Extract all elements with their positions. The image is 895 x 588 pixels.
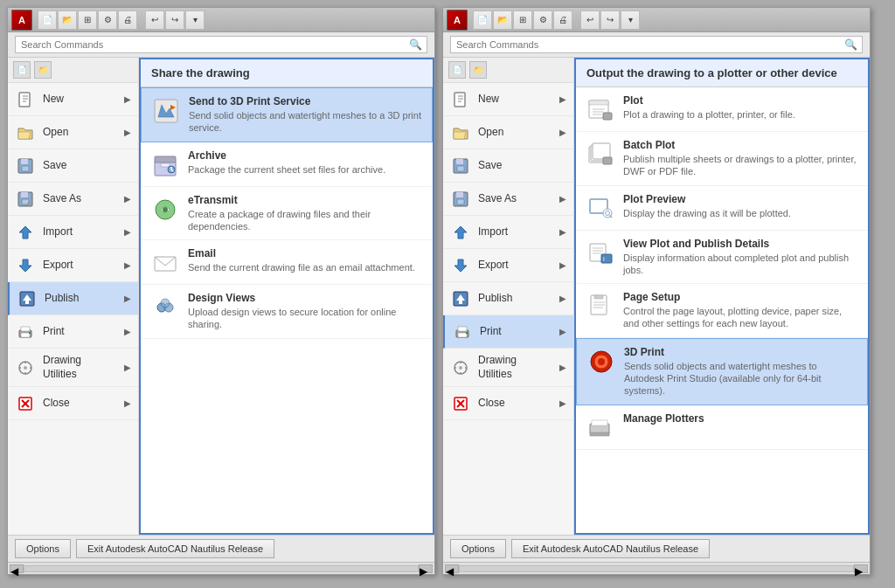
left-section-header: Share the drawing — [141, 59, 433, 87]
right-sidebar-item-publish[interactable]: Publish ▶ — [443, 282, 573, 315]
right-sidebar-item-new[interactable]: New ▶ — [443, 83, 573, 116]
toolbar-redo-btn[interactable]: ↪ — [165, 10, 184, 30]
sidebar-item-export[interactable]: Export ▶ — [8, 249, 138, 282]
svg-rect-48 — [457, 166, 464, 171]
right-sidebar-print-label: Print — [480, 325, 552, 339]
etransmit-text: eTransmit Create a package of drawing fi… — [188, 194, 422, 233]
design-views-icon — [151, 294, 179, 322]
sidebar-icon-2[interactable]: 📁 — [34, 61, 52, 79]
toolbar-grid-btn[interactable]: ⊞ — [78, 10, 97, 30]
svg-rect-32 — [161, 163, 170, 167]
svg-marker-12 — [19, 259, 31, 272]
left-menu-item-send3d[interactable]: Send to 3D Print Service Send solid obje… — [141, 87, 433, 142]
svg-rect-70 — [589, 100, 608, 105]
design-views-title: Design Views — [188, 292, 422, 304]
right-toolbar-new-btn[interactable]: 📄 — [473, 10, 492, 30]
right-toolbar-grid-btn[interactable]: ⊞ — [513, 10, 532, 30]
right-drawing-utilities-icon — [450, 357, 471, 378]
sidebar-new-label: New — [43, 93, 117, 107]
left-scrollbar[interactable]: ◀ ▶ — [8, 562, 434, 574]
left-options-btn[interactable]: Options — [15, 539, 71, 558]
right-sidebar-print-arrow: ▶ — [559, 327, 566, 336]
right-menu-item-plot[interactable]: Plot Plot a drawing to a plotter, printe… — [576, 87, 868, 132]
svg-rect-99 — [592, 420, 607, 425]
right-toolbar-redo-btn[interactable]: ↪ — [600, 10, 620, 30]
right-toolbar-open-btn[interactable]: 📂 — [493, 10, 512, 30]
sidebar-item-print[interactable]: Print ▶ — [8, 315, 138, 349]
right-toolbar-settings-btn[interactable]: ⚙ — [533, 10, 552, 30]
sidebar-item-publish[interactable]: Publish ▶ — [8, 282, 138, 315]
right-options-btn[interactable]: Options — [450, 539, 506, 558]
right-scrollbar[interactable]: ◀ ▶ — [443, 562, 870, 574]
right-menu-item-batch-plot[interactable]: Batch Plot Publish multiple sheets or dr… — [576, 132, 868, 186]
right-menu-item-view-plot[interactable]: i View Plot and Publish Details Display … — [576, 231, 868, 285]
left-exit-btn[interactable]: Exit Autodesk AutoCAD Nautilus Release — [76, 539, 274, 558]
right-menu-item-page-setup[interactable]: Page Setup Control the page layout, plot… — [576, 284, 868, 338]
right-sidebar-item-print[interactable]: Print ▶ — [443, 315, 573, 349]
toolbar-undo-btn[interactable]: ↩ — [145, 10, 164, 30]
right-sidebar-item-save[interactable]: Save — [443, 149, 573, 183]
print-icon — [15, 322, 36, 342]
svg-rect-17 — [21, 333, 30, 337]
sidebar-item-import[interactable]: Import ▶ — [8, 216, 138, 249]
right-toolbar-print-btn[interactable]: 🖨 — [553, 10, 572, 30]
right-sidebar-item-import[interactable]: Import ▶ — [443, 216, 573, 249]
svg-text:*: * — [27, 201, 30, 207]
right-sidebar-item-drawing-utilities[interactable]: Drawing Utilities ▶ — [443, 349, 573, 387]
right-sidebar-publish-label: Publish — [478, 292, 552, 306]
design-views-desc: Upload design views to secure location f… — [188, 306, 422, 331]
left-menu-item-archive[interactable]: Archive Package the current sheet set fi… — [141, 142, 433, 187]
right-scroll-left[interactable]: ◀ — [445, 564, 459, 573]
right-panel: A 📄 📂 ⊞ ⚙ 🖨 ↩ ↪ ▾ 🔍 📄 📁 — [442, 7, 871, 575]
left-menu-item-email[interactable]: Email Send the current drawing file as a… — [141, 240, 433, 285]
right-scroll-right[interactable]: ▶ — [854, 564, 868, 573]
sidebar-item-save[interactable]: Save — [8, 149, 138, 183]
plot-preview-text: Plot Preview Display the drawing as it w… — [623, 193, 857, 219]
svg-point-59 — [466, 332, 468, 334]
right-import-icon — [450, 222, 471, 243]
svg-point-65 — [459, 366, 462, 370]
right-sidebar-item-save-as[interactable]: Save As ▶ — [443, 183, 573, 216]
left-search-input[interactable] — [15, 36, 427, 53]
right-sidebar-item-close[interactable]: Close ▶ — [443, 387, 573, 420]
right-toolbar-more-btn[interactable]: ▾ — [621, 10, 640, 30]
manage-plotters-title: Manage Plotters — [623, 412, 857, 425]
right-sidebar-icon-2[interactable]: 📁 — [469, 61, 487, 79]
right-sidebar-item-open[interactable]: Open ▶ — [443, 116, 573, 149]
sidebar-item-drawing-utilities[interactable]: Drawing Utilities ▶ — [8, 349, 138, 387]
archive-text: Archive Package the current sheet set fi… — [188, 149, 422, 176]
sidebar-item-close[interactable]: Close ▶ — [8, 387, 138, 420]
left-scroll-track[interactable] — [24, 565, 419, 572]
toolbar-new-btn[interactable]: 📄 — [38, 10, 57, 30]
right-menu-item-plot-preview[interactable]: Plot Preview Display the drawing as it w… — [576, 186, 868, 231]
right-toolbar-undo-btn[interactable]: ↩ — [580, 10, 600, 30]
svg-rect-0 — [19, 93, 30, 107]
toolbar-more-btn[interactable]: ▾ — [185, 10, 205, 30]
left-menu-item-design-views[interactable]: Design Views Upload design views to secu… — [141, 285, 433, 339]
right-scroll-track[interactable] — [459, 565, 854, 572]
svg-rect-74 — [603, 113, 612, 120]
sidebar-item-open[interactable]: Open ▶ — [8, 116, 138, 149]
right-menu-item-manage-plotters[interactable]: Manage Plotters — [576, 405, 868, 450]
left-scroll-left[interactable]: ◀ — [10, 564, 24, 573]
sidebar-item-new[interactable]: New ▶ — [8, 83, 138, 116]
toolbar-open-btn[interactable]: 📂 — [58, 10, 77, 30]
right-sidebar-item-export[interactable]: Export ▶ — [443, 249, 573, 282]
svg-point-18 — [29, 332, 31, 334]
sidebar-save-as-label: Save As — [43, 192, 117, 206]
left-scroll-right[interactable]: ▶ — [419, 564, 433, 573]
svg-rect-28 — [155, 100, 177, 122]
left-menu-item-etransmit[interactable]: eTransmit Create a package of drawing fi… — [141, 187, 433, 241]
right-sidebar-icon-1[interactable]: 📄 — [448, 61, 466, 79]
sidebar-drawing-util-arrow: ▶ — [124, 363, 131, 372]
left-panel: A 📄 📂 ⊞ ⚙ 🖨 ↩ ↪ ▾ 🔍 📄 📁 — [7, 7, 435, 575]
right-search-input[interactable] — [450, 36, 863, 53]
right-exit-btn[interactable]: Exit Autodesk AutoCAD Nautilus Release — [511, 539, 710, 558]
plot-preview-icon — [586, 195, 614, 223]
toolbar-print-btn[interactable]: 🖨 — [118, 10, 137, 30]
toolbar-settings-btn[interactable]: ⚙ — [98, 10, 117, 30]
sidebar-icon-1[interactable]: 📄 — [13, 61, 31, 79]
sidebar-item-save-as[interactable]: * Save As ▶ — [8, 183, 138, 216]
right-menu-item-3d-print[interactable]: 3D Print Sends solid objects and waterti… — [576, 338, 868, 405]
close-icon — [15, 393, 36, 414]
